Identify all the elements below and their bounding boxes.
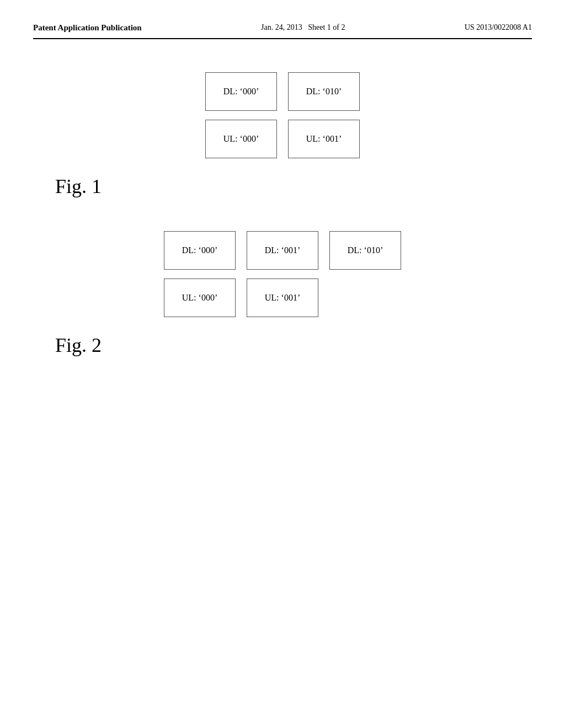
patent-number: US 2013/0022008 A1: [465, 23, 532, 31]
fig2-bottom-row: UL: ‘000’ UL: ‘001’: [164, 279, 401, 317]
fig2-label: Fig. 2: [55, 334, 532, 357]
fig1-dl-000-box: DL: ‘000’: [205, 72, 277, 111]
fig2-ul-000-label: UL: ‘000’: [182, 293, 217, 303]
fig2-dl-000-box: DL: ‘000’: [164, 231, 236, 270]
fig1-ul-000-box: UL: ‘000’: [205, 120, 277, 158]
header-right: US 2013/0022008 A1: [465, 22, 532, 33]
fig1-bottom-row: UL: ‘000’ UL: ‘001’: [205, 120, 360, 158]
fig1-diagram: DL: ‘000’ DL: ‘010’ UL: ‘000’ UL: ‘001’: [33, 72, 532, 158]
fig1-dl-010-box: DL: ‘010’: [288, 72, 360, 111]
header-center: Jan. 24, 2013 Sheet 1 of 2: [261, 22, 345, 33]
sheet-text: Sheet 1 of 2: [308, 23, 345, 31]
fig2-dl-010-label: DL: ‘010’: [348, 245, 383, 255]
date-text: Jan. 24, 2013: [261, 23, 302, 31]
page-header: Patent Application Publication Jan. 24, …: [33, 22, 532, 39]
fig2-grid: DL: ‘000’ DL: ‘001’ DL: ‘010’ UL: ‘000’: [164, 231, 401, 317]
page: Patent Application Publication Jan. 24, …: [0, 0, 565, 728]
figure-2-section: DL: ‘000’ DL: ‘001’ DL: ‘010’ UL: ‘000’: [33, 231, 532, 357]
date-sheet: Jan. 24, 2013 Sheet 1 of 2: [261, 23, 345, 31]
fig1-ul-000-label: UL: ‘000’: [223, 134, 259, 144]
fig2-ul-001-label: UL: ‘001’: [265, 293, 300, 303]
figure-1-section: DL: ‘000’ DL: ‘010’ UL: ‘000’ UL: ‘001’: [33, 72, 532, 198]
fig1-grid: DL: ‘000’ DL: ‘010’ UL: ‘000’ UL: ‘001’: [205, 72, 360, 158]
fig1-ul-001-label: UL: ‘001’: [306, 134, 342, 144]
fig2-dl-000-label: DL: ‘000’: [182, 245, 217, 255]
header-left: Patent Application Publication: [33, 22, 142, 34]
fig1-dl-000-label: DL: ‘000’: [223, 87, 259, 97]
fig2-ul-000-box: UL: ‘000’: [164, 279, 236, 317]
fig2-ul-001-box: UL: ‘001’: [247, 279, 318, 317]
fig2-dl-001-label: DL: ‘001’: [265, 245, 300, 255]
fig1-ul-001-box: UL: ‘001’: [288, 120, 360, 158]
publication-label: Patent Application Publication: [33, 23, 142, 32]
fig1-top-row: DL: ‘000’ DL: ‘010’: [205, 72, 360, 111]
fig2-top-row: DL: ‘000’ DL: ‘001’ DL: ‘010’: [164, 231, 401, 270]
fig1-dl-010-label: DL: ‘010’: [306, 87, 342, 97]
fig2-dl-010-box: DL: ‘010’: [329, 231, 401, 270]
fig1-label: Fig. 1: [55, 175, 532, 198]
fig2-dl-001-box: DL: ‘001’: [247, 231, 318, 270]
fig2-diagram: DL: ‘000’ DL: ‘001’ DL: ‘010’ UL: ‘000’: [33, 231, 532, 317]
